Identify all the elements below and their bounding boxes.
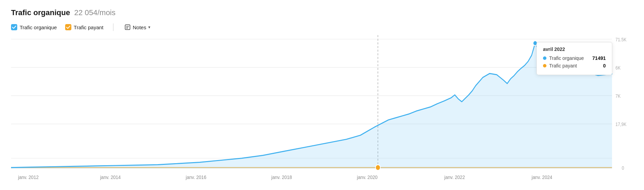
svg-text:71.5K: 71.5K (615, 37, 626, 42)
notes-icon (124, 24, 131, 30)
chart-area: janv. 2012 janv. 2014 janv. 2016 janv. 2… (11, 35, 633, 184)
svg-text:janv. 2020: janv. 2020 (356, 174, 378, 180)
svg-text:0: 0 (622, 165, 624, 171)
chart-wrapper: janv. 2012 janv. 2014 janv. 2016 janv. 2… (11, 35, 633, 184)
tooltip-paid-dot (543, 64, 546, 67)
tooltip-organic-label: Trafic organique (549, 55, 590, 61)
header-row: Trafic organique 22 054/mois (11, 8, 633, 17)
tooltip-paid-row: Trafic payant 0 (543, 63, 606, 68)
organic-label: Trafic organique (20, 24, 57, 30)
legend-organic[interactable]: Trafic organique (11, 24, 57, 30)
main-title: Trafic organique (11, 8, 70, 17)
paid-checkbox (65, 24, 71, 30)
svg-text:janv. 2012: janv. 2012 (18, 174, 39, 180)
tooltip: avril 2022 Trafic organique 71491 Trafic… (536, 42, 612, 75)
tooltip-paid-label: Trafic payant (549, 63, 600, 68)
svg-text:janv. 2018: janv. 2018 (271, 174, 292, 180)
tooltip-organic-dot (543, 56, 546, 60)
svg-text:janv. 2014: janv. 2014 (100, 174, 121, 180)
notes-button[interactable]: Notes ▾ (123, 23, 152, 31)
main-container: Trafic organique 22 054/mois Trafic orga… (0, 0, 644, 190)
svg-text:janv. 2024: janv. 2024 (531, 174, 552, 180)
svg-text:janv. 2022: janv. 2022 (444, 174, 465, 180)
tooltip-paid-value: 0 (603, 63, 606, 68)
subtitle-value: 22 054/mois (74, 8, 115, 17)
legend-row: Trafic organique Trafic payant Notes ▾ (11, 23, 633, 31)
paid-label: Trafic payant (74, 24, 103, 30)
svg-text:janv. 2016: janv. 2016 (185, 174, 207, 180)
organic-checkbox (11, 24, 17, 30)
notes-label: Notes (133, 24, 146, 30)
svg-point-12 (375, 165, 380, 170)
legend-divider (113, 23, 113, 31)
tooltip-month: avril 2022 (543, 46, 606, 52)
svg-text:6K: 6K (615, 65, 621, 71)
tooltip-organic-row: Trafic organique 71491 (543, 55, 606, 61)
svg-text:7K: 7K (615, 93, 621, 99)
svg-text:17,9K: 17,9K (615, 122, 626, 127)
chevron-down-icon: ▾ (148, 25, 150, 30)
legend-paid[interactable]: Trafic payant (65, 24, 103, 30)
tooltip-organic-value: 71491 (592, 55, 606, 61)
